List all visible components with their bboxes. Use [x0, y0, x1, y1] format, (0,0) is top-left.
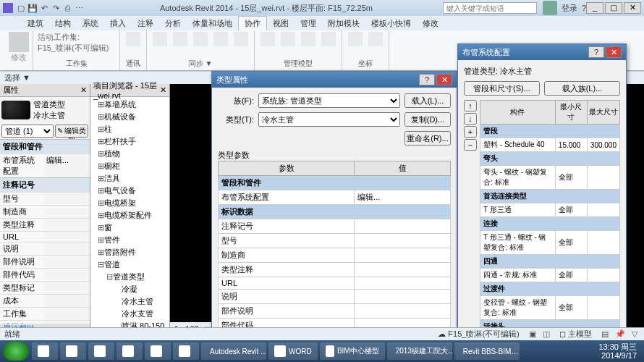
prop-row[interactable]: 类型注释: [0, 218, 90, 231]
param-row[interactable]: 布管系统配置编辑...: [219, 190, 451, 205]
start-button[interactable]: [3, 342, 29, 361]
ribbon-tab-5[interactable]: 分析: [159, 17, 187, 30]
prop-row[interactable]: 说明: [0, 242, 90, 255]
ribbon-tab-12[interactable]: 修改: [417, 17, 444, 30]
qat-more-icon[interactable]: ⋯: [74, 3, 84, 13]
prop-row[interactable]: 部件代码: [0, 268, 90, 281]
relinquish-icon[interactable]: [192, 32, 209, 52]
load-family-button[interactable]: 载入族(L)...: [544, 81, 620, 96]
taskbar-item-7[interactable]: WORD: [268, 342, 318, 360]
ribbon-tab-3[interactable]: 插入: [104, 17, 132, 30]
segments-sizes-button[interactable]: 管段和尺寸(S)...: [464, 81, 540, 96]
properties-close-icon[interactable]: ✕: [80, 85, 87, 95]
editable-only-icon[interactable]: ▣: [527, 329, 538, 338]
ribbon-tab-11[interactable]: 楼板小快博: [365, 17, 417, 30]
tree-node[interactable]: 冷水主管: [92, 295, 168, 308]
taskbar-item-6[interactable]: Autodesk Revit …: [201, 342, 266, 360]
select-links-icon[interactable]: ▤: [599, 329, 611, 338]
prop-row[interactable]: 类型标记: [0, 281, 90, 294]
tree-node[interactable]: ⊞机械设备: [92, 111, 168, 123]
element-selector[interactable]: 管道 (1): [1, 125, 54, 138]
browser-close-icon[interactable]: ✕: [160, 85, 166, 95]
acquire-icon[interactable]: [347, 32, 364, 52]
close-button[interactable]: ✕: [624, 2, 641, 14]
tree-node[interactable]: ⊞电缆桥架: [92, 197, 168, 209]
taskbar-item-2[interactable]: [88, 342, 114, 360]
qat-print-icon[interactable]: ⎙: [62, 3, 72, 13]
browser-tree[interactable]: ⊞幕墙系统⊞机械设备⊞柱⊞栏杆扶手⊞植物⊞橱柜⊞洁具⊞电气设备⊞电缆桥架⊞电缆桥…: [90, 97, 169, 335]
route-row[interactable]: 四通 - 常规: 标准全部: [480, 269, 620, 282]
tree-node[interactable]: ⊟管道类型: [92, 271, 168, 283]
qat-save-icon[interactable]: 💾: [27, 3, 38, 13]
rename-button[interactable]: 重命名(R)...: [404, 131, 451, 146]
dlg-help-icon[interactable]: ?: [419, 74, 435, 85]
coord-review-icon[interactable]: [279, 32, 297, 52]
user-avatar-icon[interactable]: [543, 1, 557, 15]
tree-node[interactable]: 冷水支管: [92, 308, 168, 320]
reconcile-icon[interactable]: [300, 32, 317, 52]
dlg-help-icon[interactable]: ?: [588, 46, 604, 58]
maximize-button[interactable]: ▢: [605, 2, 622, 14]
backup-icon[interactable]: [232, 32, 250, 52]
ribbon-tab-1[interactable]: 结构: [49, 17, 77, 30]
ribbon-tab-7[interactable]: 协作: [238, 16, 267, 30]
publish-icon[interactable]: [367, 32, 384, 52]
tree-node[interactable]: ⊞管件: [92, 234, 168, 246]
tree-node[interactable]: ⊞植物: [92, 148, 168, 160]
route-row[interactable]: T 形三通全部: [480, 203, 620, 217]
qat-redo-icon[interactable]: ↷: [51, 3, 61, 13]
prop-row[interactable]: 型号: [0, 192, 90, 205]
remove-row-button[interactable]: −: [464, 139, 477, 151]
ribbon-tab-2[interactable]: 系统: [77, 17, 104, 30]
param-row[interactable]: URL: [219, 277, 451, 290]
ribbon-tab-10[interactable]: 附加模块: [322, 17, 365, 30]
route-row[interactable]: 弯头 - 螺纹 - 钢塑复合: 标准全部: [480, 166, 620, 190]
sync-central-icon[interactable]: [151, 32, 169, 52]
prop-row[interactable]: 成本: [0, 294, 90, 307]
minimize-button[interactable]: _: [586, 2, 603, 14]
taskbar-item-8[interactable]: BIM中心楼型: [320, 342, 385, 360]
copy-monitor-icon[interactable]: [259, 32, 276, 52]
route-row[interactable]: T 形三通 - 螺纹 - 钢塑复合: 标准全部: [480, 231, 620, 255]
reload-icon[interactable]: [171, 32, 189, 52]
modify-button[interactable]: 修改: [4, 32, 33, 63]
taskbar-item-5[interactable]: [173, 342, 199, 360]
interference-icon[interactable]: [320, 32, 337, 52]
taskbar-item-9[interactable]: 2013级建工院大…: [387, 342, 452, 360]
param-row[interactable]: 型号: [219, 234, 451, 248]
load-family-button[interactable]: 载入(L)...: [404, 93, 451, 108]
route-row[interactable]: 变径管 - 螺纹 - 钢塑复合: 标准全部: [480, 296, 620, 320]
move-down-button[interactable]: ↓: [464, 113, 477, 125]
prop-row[interactable]: 布管系统配置编辑...: [0, 153, 90, 177]
move-up-button[interactable]: ↑: [464, 100, 477, 111]
dlg-close-icon[interactable]: ✕: [606, 46, 622, 58]
workset-status[interactable]: ☁ F15_喷淋(不可编辑): [438, 329, 519, 340]
param-row[interactable]: 制造商: [219, 248, 451, 263]
param-row[interactable]: 部件说明: [219, 304, 451, 319]
tree-node[interactable]: ⊞电气设备: [92, 185, 168, 197]
tree-node[interactable]: ⊞幕墙系统: [92, 98, 168, 111]
sync-icon[interactable]: [124, 32, 142, 52]
system-tray[interactable]: 13:30 周三 2014/9/17: [598, 342, 641, 360]
prop-row[interactable]: 制造商: [0, 205, 90, 218]
tree-node[interactable]: ⊞管路附件: [92, 246, 168, 258]
ribbon-tab-9[interactable]: 管理: [295, 17, 322, 30]
select-dropdown[interactable]: 选择 ▼: [4, 72, 30, 83]
prop-row[interactable]: 部件说明: [0, 255, 90, 268]
ribbon-tab-8[interactable]: 视图: [267, 17, 295, 30]
select-pinned-icon[interactable]: 📌: [613, 329, 627, 338]
model-status[interactable]: ◻ 主模型: [559, 329, 592, 340]
filter-icon[interactable]: ▽: [630, 329, 640, 338]
param-row[interactable]: 注释记号: [219, 219, 451, 234]
add-row-button[interactable]: +: [464, 126, 477, 138]
tree-node[interactable]: ⊞橱柜: [92, 160, 168, 172]
taskbar-item-3[interactable]: [116, 342, 143, 360]
login-link[interactable]: 登录: [562, 3, 577, 14]
help-search-input[interactable]: [443, 2, 537, 14]
tree-node[interactable]: ⊞柱: [92, 123, 168, 135]
dlg-close-icon[interactable]: ✕: [436, 74, 452, 85]
taskbar-item-1[interactable]: [60, 342, 86, 360]
tree-node[interactable]: ⊞洁具: [92, 172, 168, 185]
ribbon-tab-6[interactable]: 体量和场地: [187, 17, 238, 30]
tree-node[interactable]: ⊞电缆桥架配件: [92, 209, 168, 222]
